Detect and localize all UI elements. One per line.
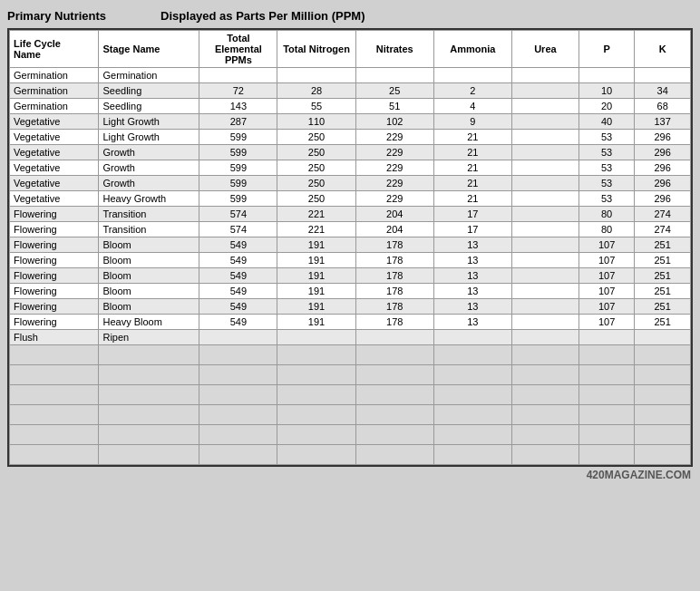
cell-total_elem: 599 [199, 130, 277, 145]
cell-k: 251 [635, 284, 691, 299]
cell-total_elem: 72 [199, 83, 277, 99]
cell-ammonia [433, 330, 511, 345]
cell-p: 10 [578, 83, 635, 99]
empty-cell [277, 425, 355, 445]
table-container: Life CycleName Stage Name Total Elementa… [7, 28, 693, 467]
nutrients-table: Life CycleName Stage Name Total Elementa… [9, 30, 691, 465]
cell-stage: Growth [99, 160, 199, 176]
empty-cell [199, 345, 277, 365]
cell-p [578, 68, 635, 83]
cell-total_elem: 549 [199, 268, 277, 284]
col-total-elem-header: Total Elemental PPMs [199, 31, 277, 68]
empty-cell [277, 385, 355, 405]
cell-ammonia: 21 [433, 130, 511, 145]
cell-lifecycle: Vegetative [10, 176, 99, 191]
empty-cell [355, 445, 433, 465]
col-k-header: K [635, 31, 691, 68]
table-row: FloweringBloom54919117813107251 [10, 237, 691, 253]
cell-ammonia: 13 [433, 253, 511, 268]
ppm-label: Displayed as Parts Per Million (PPM) [160, 9, 365, 23]
cell-urea [511, 315, 578, 330]
empty-cell [635, 385, 691, 405]
empty-cell [355, 425, 433, 445]
cell-stage: Bloom [99, 237, 199, 253]
cell-stage: Transition [99, 207, 199, 222]
cell-stage: Germination [99, 68, 199, 83]
cell-lifecycle: Flowering [10, 268, 99, 284]
empty-cell [99, 385, 199, 405]
cell-p [578, 330, 635, 345]
empty-cell [433, 385, 511, 405]
empty-cell [99, 365, 199, 385]
cell-total_elem: 549 [199, 253, 277, 268]
cell-urea [511, 68, 578, 83]
empty-cell [635, 445, 691, 465]
cell-total_elem: 599 [199, 176, 277, 191]
cell-urea [511, 83, 578, 99]
cell-nitrates: 204 [355, 207, 433, 222]
cell-ammonia: 2 [433, 83, 511, 99]
table-row: VegetativeLight Growth5992502292153296 [10, 130, 691, 145]
cell-k: 274 [635, 207, 691, 222]
table-row: FloweringBloom54919117813107251 [10, 284, 691, 299]
cell-urea [511, 237, 578, 253]
table-body: GerminationGerminationGerminationSeedlin… [10, 68, 691, 465]
cell-nitrates [355, 68, 433, 83]
cell-lifecycle: Germination [10, 68, 99, 83]
cell-ammonia: 13 [433, 237, 511, 253]
cell-ammonia: 17 [433, 207, 511, 222]
cell-stage: Heavy Growth [99, 191, 199, 207]
cell-p: 107 [578, 315, 635, 330]
col-p-header: P [578, 31, 635, 68]
col-ammonia-header: Ammonia [433, 31, 511, 68]
cell-lifecycle: Germination [10, 83, 99, 99]
col-lifecycle-header: Life CycleName [10, 31, 99, 68]
cell-stage: Transition [99, 222, 199, 237]
cell-ammonia: 13 [433, 268, 511, 284]
empty-cell [277, 365, 355, 385]
cell-total_elem: 574 [199, 222, 277, 237]
empty-cell [277, 445, 355, 465]
cell-stage: Seedling [99, 83, 199, 99]
cell-p: 107 [578, 268, 635, 284]
empty-cell [10, 365, 99, 385]
cell-k [635, 68, 691, 83]
watermark: 420MAGAZINE.COM [7, 469, 693, 481]
empty-cell [10, 445, 99, 465]
cell-urea [511, 207, 578, 222]
cell-urea [511, 299, 578, 315]
cell-k: 296 [635, 191, 691, 207]
cell-stage: Ripen [99, 330, 199, 345]
cell-total_elem: 549 [199, 284, 277, 299]
col-stage-header: Stage Name [99, 31, 199, 68]
empty-cell [635, 365, 691, 385]
empty-cell [277, 405, 355, 425]
empty-row [10, 405, 691, 425]
cell-nitrates: 25 [355, 83, 433, 99]
empty-cell [10, 345, 99, 365]
cell-p: 107 [578, 299, 635, 315]
empty-cell [511, 385, 578, 405]
cell-total_elem: 599 [199, 145, 277, 160]
empty-cell [511, 365, 578, 385]
empty-cell [433, 445, 511, 465]
empty-cell [578, 345, 635, 365]
cell-total_n: 110 [277, 114, 355, 130]
cell-nitrates: 229 [355, 145, 433, 160]
empty-cell [511, 405, 578, 425]
table-row: GerminationSeedling143555142068 [10, 99, 691, 114]
empty-cell [578, 405, 635, 425]
empty-cell [433, 365, 511, 385]
cell-k: 296 [635, 145, 691, 160]
cell-urea [511, 284, 578, 299]
cell-lifecycle: Flowering [10, 237, 99, 253]
cell-lifecycle: Flowering [10, 315, 99, 330]
table-row: FlushRipen [10, 330, 691, 345]
empty-cell [635, 345, 691, 365]
empty-cell [10, 385, 99, 405]
empty-cell [10, 425, 99, 445]
empty-cell [199, 405, 277, 425]
cell-urea [511, 130, 578, 145]
empty-row [10, 385, 691, 405]
empty-cell [99, 445, 199, 465]
